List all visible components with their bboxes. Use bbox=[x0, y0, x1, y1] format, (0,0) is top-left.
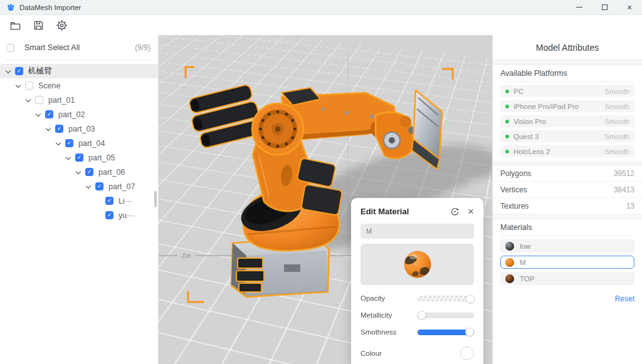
material-name: M bbox=[520, 259, 526, 266]
material-row[interactable]: low bbox=[500, 239, 634, 252]
minimize-button[interactable] bbox=[567, 0, 592, 14]
platform-name: HoloLens 2 bbox=[513, 148, 550, 155]
colour-swatch[interactable] bbox=[460, 346, 474, 360]
chevron-down-icon[interactable] bbox=[36, 111, 41, 116]
tree-checkbox[interactable]: ✓ bbox=[45, 110, 53, 118]
status-dot bbox=[505, 135, 509, 138]
tree-item-label: 机械臂 bbox=[28, 66, 52, 76]
tree-checkbox[interactable] bbox=[25, 81, 33, 90]
material-row[interactable]: TOP bbox=[500, 272, 634, 285]
tree-item[interactable]: ✓part_06 bbox=[0, 165, 158, 179]
tree-checkbox[interactable] bbox=[35, 96, 43, 104]
slider-track[interactable] bbox=[418, 296, 474, 301]
slider-thumb[interactable] bbox=[466, 294, 475, 303]
reset-link[interactable]: Reset bbox=[615, 294, 634, 303]
chevron-down-icon[interactable] bbox=[46, 125, 51, 130]
platform-row: iPhone Pro/iPad ProSmooth bbox=[500, 100, 634, 112]
stat-row: Vertices38413 bbox=[493, 182, 642, 198]
platform-row: HoloLens 2Smooth bbox=[500, 145, 634, 157]
platform-name: PC bbox=[513, 88, 524, 95]
tree-checkbox[interactable]: ✓ bbox=[85, 168, 93, 176]
material-sphere-icon bbox=[505, 258, 514, 267]
chevron-down-icon[interactable] bbox=[76, 169, 81, 174]
tree-item[interactable]: Scene bbox=[0, 78, 158, 93]
tree-item-label: Li··· bbox=[118, 197, 132, 205]
tree-item[interactable]: ✓part_05 bbox=[0, 150, 158, 165]
material-name: low bbox=[520, 242, 530, 250]
dialog-close-button[interactable]: × bbox=[468, 206, 474, 217]
minimize-icon bbox=[576, 7, 582, 8]
platform-name: iPhone Pro/iPad Pro bbox=[513, 103, 579, 110]
close-button[interactable]: × bbox=[617, 0, 642, 14]
chevron-down-icon[interactable] bbox=[66, 154, 71, 159]
stat-row: Textures13 bbox=[493, 198, 642, 214]
platforms-header: Available Platforms bbox=[500, 65, 634, 82]
tree-item[interactable]: ✓yu··· bbox=[0, 208, 158, 222]
stat-value: 39512 bbox=[614, 169, 634, 178]
material-preview bbox=[360, 244, 474, 285]
stat-label: Polygons bbox=[500, 169, 531, 178]
tree-checkbox[interactable]: ✓ bbox=[105, 197, 113, 205]
tree-checkbox[interactable]: ✓ bbox=[15, 67, 23, 75]
platform-status: Smooth bbox=[604, 118, 629, 125]
tree-item[interactable]: part_01 bbox=[0, 93, 158, 107]
tree-item[interactable]: ✓part_02 bbox=[0, 107, 158, 122]
platform-row: Vision ProSmooth bbox=[500, 115, 634, 127]
save-button[interactable] bbox=[32, 19, 45, 31]
chevron-down-icon[interactable] bbox=[26, 96, 31, 101]
app-logo-icon bbox=[6, 3, 15, 12]
platform-name: Vision Pro bbox=[513, 118, 546, 125]
slider-thumb[interactable] bbox=[465, 328, 474, 336]
tree-item[interactable]: ✓part_07 bbox=[0, 179, 158, 194]
tree-checkbox[interactable]: ✓ bbox=[65, 139, 73, 147]
toolbar bbox=[0, 15, 642, 35]
smart-select-all-checkbox[interactable] bbox=[6, 44, 14, 52]
slider-label: Smothness bbox=[360, 328, 397, 336]
reset-material-button[interactable] bbox=[450, 207, 460, 216]
smart-select-all-label: Smart Select All bbox=[24, 43, 135, 52]
tree-item[interactable]: ✓part_03 bbox=[0, 122, 158, 136]
tree-item[interactable]: ✓Li··· bbox=[0, 194, 158, 208]
slider-track[interactable] bbox=[418, 313, 474, 318]
tree-checkbox[interactable]: ✓ bbox=[105, 211, 113, 219]
divider bbox=[493, 214, 642, 219]
stat-label: Textures bbox=[500, 202, 529, 211]
maximize-button[interactable] bbox=[592, 0, 617, 14]
tree-item-label: part_02 bbox=[58, 110, 85, 119]
open-folder-button[interactable] bbox=[9, 19, 21, 31]
tree-checkbox[interactable]: ✓ bbox=[55, 125, 63, 133]
material-name-input[interactable] bbox=[360, 224, 474, 239]
material-name: TOP bbox=[520, 275, 534, 283]
divider bbox=[5, 60, 153, 60]
tree-item[interactable]: ✓part_04 bbox=[0, 136, 158, 150]
chevron-down-icon[interactable] bbox=[86, 183, 91, 188]
panel-title: Model Attributes bbox=[493, 35, 642, 60]
chevron-down-icon[interactable] bbox=[6, 68, 11, 73]
tree-item-label: part_01 bbox=[48, 96, 75, 105]
chevron-down-icon[interactable] bbox=[56, 140, 61, 145]
material-sphere-icon bbox=[505, 274, 514, 283]
tree-item-label: Scene bbox=[38, 81, 60, 90]
tree-checkbox[interactable]: ✓ bbox=[95, 182, 103, 190]
tree-checkbox[interactable]: ✓ bbox=[75, 153, 83, 162]
slider-row: Metallicity bbox=[360, 310, 474, 320]
materials-list: lowMTOP bbox=[500, 239, 634, 285]
chevron-down-icon[interactable] bbox=[16, 82, 21, 87]
slider-label: Opacity bbox=[360, 294, 385, 302]
grid-scale-label: -1m bbox=[180, 252, 191, 259]
stat-value: 13 bbox=[626, 202, 634, 211]
tree-item[interactable]: ✓机械臂 bbox=[0, 64, 158, 78]
status-dot bbox=[505, 150, 509, 153]
stat-row: Polygons39512 bbox=[493, 165, 642, 182]
scrollbar-thumb[interactable] bbox=[154, 191, 157, 207]
divider bbox=[493, 160, 642, 165]
app-title: DataMesh Importer bbox=[19, 4, 567, 11]
slider-thumb[interactable] bbox=[418, 311, 426, 320]
sliders: OpacityMetallicitySmothness bbox=[360, 293, 474, 337]
hierarchy-panel: Smart Select All (9/9) ✓机械臂Scenepart_01✓… bbox=[0, 35, 159, 364]
status-dot bbox=[505, 120, 509, 123]
settings-button[interactable] bbox=[55, 19, 68, 31]
colour-label: Colour bbox=[360, 350, 382, 357]
material-row[interactable]: M bbox=[500, 256, 634, 269]
slider-track[interactable] bbox=[418, 330, 474, 335]
